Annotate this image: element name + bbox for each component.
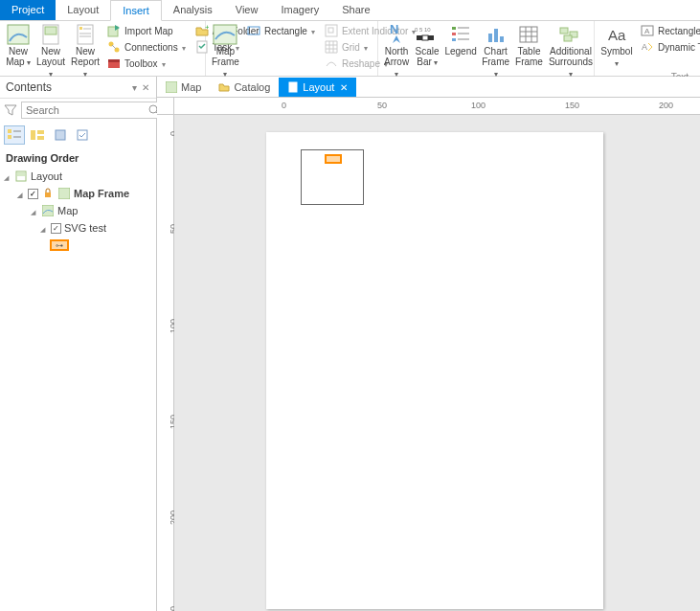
list-by-selection-button[interactable] <box>73 125 94 145</box>
toolbox-icon <box>107 57 121 70</box>
canvas-area: 0 50 100 150 200 0 50 100 150 200 250 <box>157 98 700 611</box>
visibility-checkbox[interactable] <box>28 189 38 199</box>
svg-rect-23 <box>422 35 428 40</box>
svg-rect-52 <box>8 135 11 139</box>
close-icon[interactable]: ✕ <box>340 82 348 93</box>
view-tab-catalog[interactable]: Catalog <box>210 78 279 97</box>
layout-canvas[interactable] <box>174 115 700 611</box>
ruler-corner <box>157 98 174 115</box>
tab-analysis[interactable]: Analysis <box>162 0 224 20</box>
connections-button[interactable]: Connections <box>103 39 190 55</box>
chart-frame-button[interactable]: ChartFrame <box>480 21 511 81</box>
svg-rect-64 <box>166 81 177 93</box>
connections-icon <box>107 40 121 54</box>
svg-rect-61 <box>45 192 51 197</box>
table-icon <box>516 23 541 46</box>
svg-rect-12 <box>108 61 120 68</box>
text-rectangle-button[interactable]: ARectangle <box>637 23 700 38</box>
svg-text:A: A <box>644 27 650 35</box>
twisty-icon[interactable] <box>40 222 48 234</box>
svg-rect-62 <box>58 188 70 199</box>
table-frame-button[interactable]: TableFrame <box>513 21 545 69</box>
tree-item-map[interactable]: Map <box>2 202 154 219</box>
list-by-element-type-button[interactable] <box>27 125 48 145</box>
tree-item-map-frame[interactable]: Map Frame <box>2 185 154 202</box>
new-map-button[interactable]: NewMap <box>4 21 33 70</box>
tab-layout[interactable]: Layout <box>56 0 110 20</box>
search-input[interactable] <box>21 102 163 119</box>
rectangle-button[interactable]: Rectangle <box>243 23 319 38</box>
report-icon <box>73 23 98 46</box>
text-rectangle-label: Rectangle <box>658 26 700 36</box>
map-icon <box>6 23 31 46</box>
scale-bar-icon: 0 5 10 <box>415 23 440 46</box>
import-map-label: Import Map <box>124 26 173 36</box>
tree-label: Map Frame <box>74 188 129 199</box>
legend-button[interactable]: Legend <box>443 21 478 58</box>
text-rectangle-icon: A <box>641 24 654 37</box>
north-arrow-button[interactable]: N NorthArrow <box>382 21 411 81</box>
new-layout-button[interactable]: NewLayout <box>34 21 67 81</box>
ruler-label: 200 <box>659 101 673 110</box>
vertical-ruler: 0 50 100 150 200 250 <box>157 115 174 611</box>
list-by-source-button[interactable] <box>50 125 71 145</box>
view-tab-label: Map <box>181 81 201 93</box>
tab-share[interactable]: Share <box>330 0 381 20</box>
svg-rect-39 <box>560 28 568 34</box>
ribbon-group-text: Aa Symbol ARectangle ADynamic Text Text <box>595 21 700 76</box>
tab-project[interactable]: Project <box>0 0 56 20</box>
ribbon-group-project: NewMap NewLayout NewReport Import Map Co… <box>0 21 206 76</box>
pane-controls[interactable]: ▾ ✕ <box>132 82 150 93</box>
map-frame-button[interactable]: MapFrame <box>210 21 241 81</box>
layout-icon <box>38 23 63 46</box>
catalog-icon <box>218 81 230 93</box>
map-frame-label: MapFrame <box>212 46 239 67</box>
twisty-icon[interactable] <box>4 170 11 182</box>
chart-icon <box>484 23 508 46</box>
twisty-icon[interactable] <box>31 205 38 216</box>
view-tab-map[interactable]: Map <box>157 78 210 97</box>
map-view-icon <box>166 81 177 93</box>
surrounds-icon <box>558 23 583 46</box>
tab-imagery[interactable]: Imagery <box>269 0 330 20</box>
north-arrow-label: NorthArrow <box>384 46 409 67</box>
tree-label: SVG test <box>64 222 106 234</box>
new-report-button[interactable]: NewReport <box>69 21 102 81</box>
filter-icon[interactable] <box>4 103 17 117</box>
map-frame-element[interactable] <box>301 149 364 205</box>
tab-view[interactable]: View <box>224 0 270 20</box>
tree-item-svg-test[interactable]: SVG test <box>2 219 154 237</box>
toolbox-button[interactable]: Toolbox <box>103 56 190 71</box>
drawing-order-title: Drawing Order <box>0 150 156 168</box>
view-tab-layout[interactable]: Layout✕ <box>279 78 356 97</box>
connections-label: Connections <box>124 42 178 53</box>
layout-page[interactable] <box>266 132 603 609</box>
svg-rect-54 <box>31 130 35 140</box>
view-tab-label: Catalog <box>234 81 270 93</box>
list-by-drawing-order-button[interactable] <box>4 125 25 145</box>
import-map-button[interactable]: Import Map <box>103 23 190 38</box>
svg-rect-13 <box>108 59 120 62</box>
svg-rect-2 <box>45 27 56 34</box>
map-frame-icon <box>213 23 237 46</box>
contents-header: Contents ▾ ✕ <box>0 77 156 99</box>
ruler-label: 100 <box>471 101 485 110</box>
dynamic-text-label: Dynamic Text <box>658 42 700 53</box>
tab-insert[interactable]: Insert <box>110 0 162 21</box>
chart-frame-label: ChartFrame <box>482 46 509 67</box>
svg-rect-33 <box>500 36 504 42</box>
tree-item-layout[interactable]: Layout <box>2 168 154 185</box>
additional-surrounds-button[interactable]: AdditionalSurrounds <box>547 21 595 81</box>
symbol-button[interactable]: Aa Symbol <box>598 21 635 71</box>
svg-rect-24 <box>428 35 434 40</box>
main: Contents ▾ ✕ Drawing Order Layout Map Fr… <box>0 77 700 611</box>
tree-item-symbol[interactable]: ⊶ <box>2 237 154 254</box>
contents-pane: Contents ▾ ✕ Drawing Order Layout Map Fr… <box>0 77 157 611</box>
visibility-checkbox[interactable] <box>51 223 61 234</box>
symbol-swatch: ⊶ <box>50 239 69 251</box>
svg-rect-41 <box>564 35 572 41</box>
twisty-icon[interactable] <box>17 188 25 199</box>
scale-bar-button[interactable]: 0 5 10 ScaleBar <box>413 21 441 70</box>
dynamic-text-button[interactable]: ADynamic Text <box>637 39 700 55</box>
ruler-label: 150 <box>565 101 579 110</box>
